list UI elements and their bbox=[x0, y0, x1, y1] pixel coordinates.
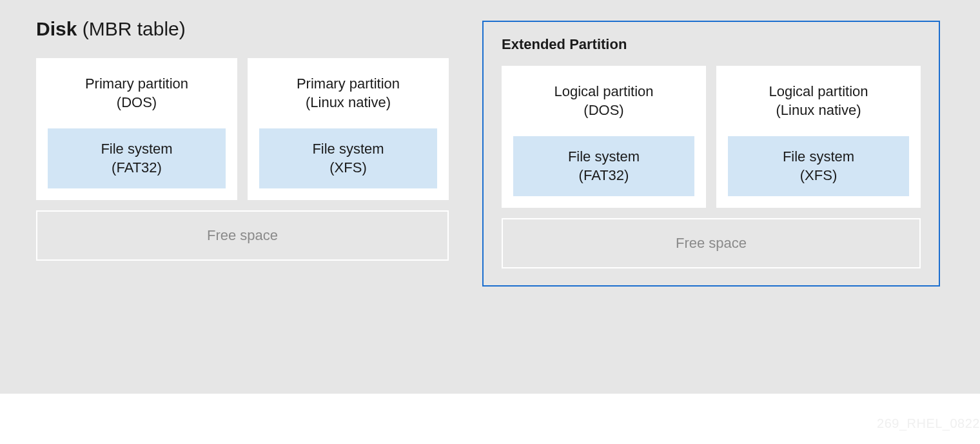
primary-column: Primary partition (DOS) File system (FAT… bbox=[36, 58, 449, 287]
primary-partition-row: Primary partition (DOS) File system (FAT… bbox=[36, 58, 449, 200]
partition-name: Logical partition bbox=[513, 83, 694, 101]
partition-type: (Linux native) bbox=[259, 94, 437, 112]
filesystem-name: File system bbox=[520, 148, 688, 166]
filesystem-type: (FAT32) bbox=[520, 166, 688, 185]
filesystem-box: File system (FAT32) bbox=[48, 128, 226, 188]
filesystem-box: File system (FAT32) bbox=[513, 136, 694, 196]
filesystem-name: File system bbox=[734, 148, 903, 166]
disk-title-bold: Disk bbox=[36, 18, 77, 39]
content-row: Primary partition (DOS) File system (FAT… bbox=[36, 58, 944, 287]
partition-type: (DOS) bbox=[48, 94, 226, 112]
extended-title: Extended Partition bbox=[502, 36, 921, 53]
logical-partition-card: Logical partition (Linux native) File sy… bbox=[716, 66, 921, 208]
extended-free-space: Free space bbox=[502, 218, 921, 268]
filesystem-name: File system bbox=[266, 140, 431, 159]
partition-type: (DOS) bbox=[513, 101, 694, 120]
logical-partition-card: Logical partition (DOS) File system (FAT… bbox=[502, 66, 706, 208]
primary-partition-card: Primary partition (Linux native) File sy… bbox=[248, 58, 449, 200]
filesystem-type: (XFS) bbox=[734, 166, 903, 185]
partition-name: Primary partition bbox=[48, 75, 226, 94]
extended-partition-container: Extended Partition Logical partition (DO… bbox=[482, 21, 940, 287]
filesystem-type: (FAT32) bbox=[54, 159, 219, 177]
diagram-canvas: Disk (MBR table) Primary partition (DOS)… bbox=[0, 0, 980, 394]
disk-title-rest: (MBR table) bbox=[77, 18, 185, 39]
filesystem-type: (XFS) bbox=[266, 159, 431, 177]
partition-name: Primary partition bbox=[259, 75, 437, 94]
watermark: 269_RHEL_0822 bbox=[877, 416, 980, 431]
filesystem-box: File system (XFS) bbox=[259, 128, 437, 188]
partition-name: Logical partition bbox=[728, 83, 909, 101]
logical-partition-row: Logical partition (DOS) File system (FAT… bbox=[502, 66, 921, 208]
filesystem-box: File system (XFS) bbox=[728, 136, 909, 196]
primary-partition-card: Primary partition (DOS) File system (FAT… bbox=[36, 58, 237, 200]
filesystem-name: File system bbox=[54, 140, 219, 159]
partition-type: (Linux native) bbox=[728, 101, 909, 120]
primary-free-space: Free space bbox=[36, 210, 449, 261]
